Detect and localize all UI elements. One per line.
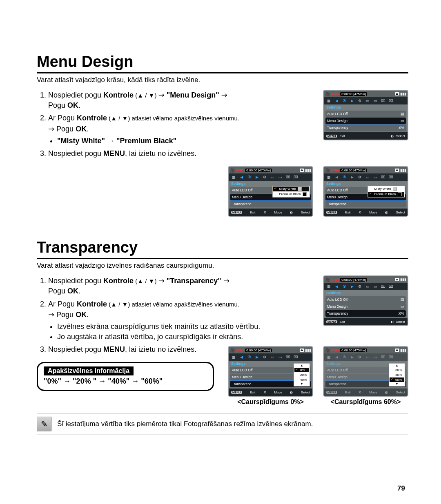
intro-text-2: Varat atlasīt vajadzīgo izvēlnes rādīšan… <box>37 262 408 270</box>
screenshot-settings-menu-design: 🎥STBY0:00:00 [475Min]⏏▮▮▮ ▦◀⦿▶⚙▭▭⌧⌧ Sett… <box>323 90 408 140</box>
submenu-info-box: Apakšizvēlnes informācija "0%" → "20% " … <box>37 362 214 391</box>
screenshot-transparency-0: 🎥STBY0:00:00 [475Min]⏏▮▮▮ ▦◀⦿▶⚙▭▭⌧⌧ Sett… <box>228 346 313 397</box>
value-icon: ▭ <box>401 119 404 123</box>
note-row: ✎ Šī iestatījuma vērtība tiks piemērota … <box>37 413 408 435</box>
intro-text-1: Varat atlasīt vajadzīgo krāsu, kādā tiks… <box>37 76 408 84</box>
select-icon: ◐ <box>391 134 394 138</box>
note-text: Šī iestatījuma vērtība tiks piemērota ti… <box>57 420 313 428</box>
sd-icon: ⏏ <box>395 92 399 95</box>
value-icon: ▤ <box>401 112 404 116</box>
screenshot-transparency-60: 🎥STBY0:00:00 [475Min]⏏▮▮▮ ▦◀⦿▶⚙▭▭⌧⌧ Sett… <box>323 346 408 397</box>
step-1: Nospiediet pogu Kontrole (▲ / ▼) → "Menu… <box>48 90 316 111</box>
battery-icon: ▮▮▮ <box>400 92 406 96</box>
heading-transparency: Transparency <box>37 239 408 259</box>
step-2: Ar Pogu Kontrole (▲ / ▼) atlasiet vēlamo… <box>48 113 316 146</box>
camera-icon: 🎥 <box>325 92 330 96</box>
screenshot-popup-premium-black: 🎥STBY0:00:00 [475Min]⏏▮▮▮ ▦◀⦿▶⚙▭▭⌧⌧ Sett… <box>323 166 408 217</box>
page-number: 79 <box>397 484 405 493</box>
steps-transparency: Nospiediet pogu Kontrole (▲ / ▼) → "Tran… <box>37 275 316 355</box>
heading-menu-design: Menu Design <box>37 53 408 73</box>
note-icon: ✎ <box>37 417 51 431</box>
t-step-1: Nospiediet pogu Kontrole (▲ / ▼) → "Tran… <box>48 275 316 296</box>
screenshot-popup-misty-white: 🎥STBY0:00:00 [475Min]⏏▮▮▮ ▦◀⦿▶⚙▭▭⌧⌧ Sett… <box>228 166 313 217</box>
t-step-2: Ar Pogu Kontrole (▲ / ▼) atlasiet vēlamo… <box>48 299 316 342</box>
design-values: "Misty White" → "Premium Black" <box>57 136 316 146</box>
step-3: Nospiediet pogu MENU, lai izietu no izvē… <box>48 149 316 159</box>
caption-0: <Caurspīdīgums 0%> <box>237 398 304 406</box>
steps-menu-design: Nospiediet pogu Kontrole (▲ / ▼) → "Menu… <box>37 90 316 159</box>
screenshot-settings-transparency: 🎥STBY0:00:00 [475Min]⏏▮▮▮ ▦◀⦿▶⚙▭▭⌧⌧ Sett… <box>323 275 408 326</box>
caption-60: <Caurspīdīgums 60%> <box>331 398 401 406</box>
